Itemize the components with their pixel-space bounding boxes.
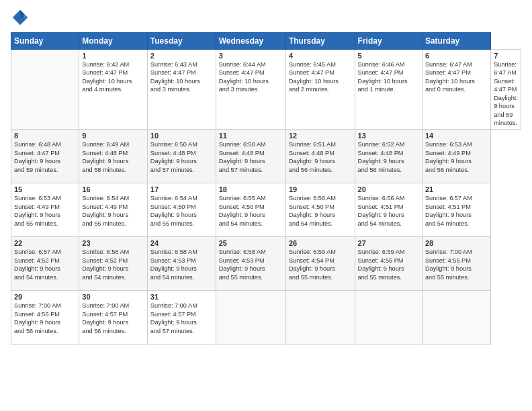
day-number: 16: [82, 185, 144, 193]
day-number: 24: [150, 239, 213, 247]
day-number: 3: [219, 52, 283, 60]
day-info: Sunrise: 6:59 AMSunset: 4:54 PMDaylight:…: [289, 248, 352, 281]
day-number: 17: [150, 185, 213, 193]
day-info: Sunrise: 6:52 AMSunset: 4:48 PMDaylight:…: [358, 140, 419, 174]
day-cell-16: 16Sunrise: 6:54 AMSunset: 4:49 PMDayligh…: [79, 183, 148, 237]
day-info: Sunrise: 6:51 AMSunset: 4:48 PMDaylight:…: [289, 140, 352, 174]
day-number: 23: [82, 239, 144, 247]
day-number: 30: [82, 293, 144, 301]
day-info: Sunrise: 6:58 AMSunset: 4:52 PMDaylight:…: [82, 248, 144, 281]
day-info: Sunrise: 6:58 AMSunset: 4:53 PMDaylight:…: [150, 248, 213, 281]
empty-cell: [422, 291, 490, 345]
logo-icon: [11, 8, 30, 27]
day-cell-21: 21Sunrise: 6:57 AMSunset: 4:51 PMDayligh…: [422, 183, 490, 237]
day-info: Sunrise: 6:48 AMSunset: 4:47 PMDaylight:…: [14, 140, 76, 174]
day-cell-22: 22Sunrise: 6:57 AMSunset: 4:52 PMDayligh…: [11, 237, 79, 291]
day-info: Sunrise: 6:42 AMSunset: 4:47 PMDaylight:…: [82, 60, 144, 94]
day-number: 28: [425, 239, 488, 247]
day-info: Sunrise: 6:50 AMSunset: 4:48 PMDaylight:…: [150, 140, 213, 174]
day-info: Sunrise: 7:00 AMSunset: 4:55 PMDaylight:…: [425, 248, 488, 281]
calendar-header: SundayMondayTuesdayWednesdayThursdayFrid…: [11, 33, 521, 50]
day-number: 5: [358, 52, 419, 60]
day-info: Sunrise: 6:54 AMSunset: 4:49 PMDaylight:…: [82, 194, 144, 228]
day-number: 18: [219, 185, 283, 193]
day-info: Sunrise: 6:53 AMSunset: 4:49 PMDaylight:…: [14, 194, 76, 228]
header-day-thursday: Thursday: [285, 33, 355, 50]
day-cell-30: 30Sunrise: 7:00 AMSunset: 4:57 PMDayligh…: [79, 291, 148, 345]
day-info: Sunrise: 6:47 AMSunset: 4:47 PMDaylight:…: [494, 60, 518, 127]
day-number: 15: [14, 185, 76, 193]
day-cell-19: 19Sunrise: 6:56 AMSunset: 4:50 PMDayligh…: [285, 183, 355, 237]
day-cell-3: 3Sunrise: 6:44 AMSunset: 4:47 PMDaylight…: [216, 50, 285, 130]
day-info: Sunrise: 6:45 AMSunset: 4:47 PMDaylight:…: [289, 60, 352, 94]
day-number: 27: [358, 239, 419, 247]
day-number: 25: [219, 239, 283, 247]
week-row-1: 1Sunrise: 6:42 AMSunset: 4:47 PMDaylight…: [11, 50, 521, 130]
header-day-monday: Monday: [79, 33, 148, 50]
day-cell-9: 9Sunrise: 6:49 AMSunset: 4:48 PMDaylight…: [79, 130, 148, 183]
day-number: 22: [14, 239, 76, 247]
day-cell-4: 4Sunrise: 6:45 AMSunset: 4:47 PMDaylight…: [285, 50, 355, 130]
day-info: Sunrise: 6:46 AMSunset: 4:47 PMDaylight:…: [358, 60, 419, 94]
day-info: Sunrise: 6:54 AMSunset: 4:50 PMDaylight:…: [150, 194, 213, 228]
day-info: Sunrise: 6:58 AMSunset: 4:53 PMDaylight:…: [219, 248, 283, 281]
header-day-tuesday: Tuesday: [147, 33, 216, 50]
day-cell-18: 18Sunrise: 6:55 AMSunset: 4:50 PMDayligh…: [216, 183, 285, 237]
day-info: Sunrise: 6:44 AMSunset: 4:47 PMDaylight:…: [219, 60, 283, 94]
day-number: 1: [82, 52, 144, 60]
day-cell-7: 7Sunrise: 6:47 AMSunset: 4:47 PMDaylight…: [491, 50, 521, 130]
day-cell-13: 13Sunrise: 6:52 AMSunset: 4:48 PMDayligh…: [355, 130, 422, 183]
day-number: 31: [150, 293, 213, 301]
day-info: Sunrise: 7:00 AMSunset: 4:57 PMDaylight:…: [82, 302, 144, 335]
day-cell-6: 6Sunrise: 6:47 AMSunset: 4:47 PMDaylight…: [422, 50, 490, 130]
week-row-3: 15Sunrise: 6:53 AMSunset: 4:49 PMDayligh…: [11, 183, 521, 237]
week-row-2: 8Sunrise: 6:48 AMSunset: 4:47 PMDaylight…: [11, 130, 521, 183]
day-cell-23: 23Sunrise: 6:58 AMSunset: 4:52 PMDayligh…: [79, 237, 148, 291]
day-info: Sunrise: 6:55 AMSunset: 4:50 PMDaylight:…: [219, 194, 283, 228]
day-number: 29: [14, 293, 76, 301]
day-info: Sunrise: 6:57 AMSunset: 4:51 PMDaylight:…: [425, 194, 488, 228]
day-number: 10: [150, 132, 213, 140]
day-number: 2: [150, 52, 213, 60]
day-cell-2: 2Sunrise: 6:43 AMSunset: 4:47 PMDaylight…: [147, 50, 216, 130]
day-number: 13: [358, 132, 419, 140]
day-info: Sunrise: 6:50 AMSunset: 4:48 PMDaylight:…: [219, 140, 283, 174]
header-day-friday: Friday: [355, 33, 422, 50]
day-number: 4: [289, 52, 352, 60]
day-number: 21: [425, 185, 488, 193]
day-cell-24: 24Sunrise: 6:58 AMSunset: 4:53 PMDayligh…: [147, 237, 216, 291]
day-cell-14: 14Sunrise: 6:53 AMSunset: 4:49 PMDayligh…: [422, 130, 490, 183]
week-row-4: 22Sunrise: 6:57 AMSunset: 4:52 PMDayligh…: [11, 237, 521, 291]
day-number: 19: [289, 185, 352, 193]
empty-cell: [355, 291, 422, 345]
day-number: 26: [289, 239, 352, 247]
week-row-5: 29Sunrise: 7:00 AMSunset: 4:56 PMDayligh…: [11, 291, 521, 345]
day-info: Sunrise: 6:57 AMSunset: 4:52 PMDaylight:…: [14, 248, 76, 281]
day-cell-25: 25Sunrise: 6:58 AMSunset: 4:53 PMDayligh…: [216, 237, 285, 291]
calendar: SundayMondayTuesdayWednesdayThursdayFrid…: [11, 32, 521, 345]
header-day-sunday: Sunday: [11, 33, 79, 50]
day-number: 11: [219, 132, 283, 140]
day-cell-11: 11Sunrise: 6:50 AMSunset: 4:48 PMDayligh…: [216, 130, 285, 183]
svg-marker-1: [20, 10, 28, 17]
day-number: 20: [358, 185, 419, 193]
day-cell-5: 5Sunrise: 6:46 AMSunset: 4:47 PMDaylight…: [355, 50, 422, 130]
day-cell-26: 26Sunrise: 6:59 AMSunset: 4:54 PMDayligh…: [285, 237, 355, 291]
svg-marker-2: [24, 13, 28, 17]
day-number: 8: [14, 132, 76, 140]
day-info: Sunrise: 6:43 AMSunset: 4:47 PMDaylight:…: [150, 60, 213, 94]
empty-cell: [216, 291, 285, 345]
day-info: Sunrise: 7:00 AMSunset: 4:56 PMDaylight:…: [14, 302, 76, 335]
page: SundayMondayTuesdayWednesdayThursdayFrid…: [0, 0, 532, 411]
day-info: Sunrise: 6:56 AMSunset: 4:51 PMDaylight:…: [358, 194, 419, 228]
day-number: 6: [425, 52, 488, 60]
day-number: 14: [425, 132, 488, 140]
day-cell-12: 12Sunrise: 6:51 AMSunset: 4:48 PMDayligh…: [285, 130, 355, 183]
day-info: Sunrise: 6:47 AMSunset: 4:47 PMDaylight:…: [425, 60, 488, 94]
day-info: Sunrise: 6:56 AMSunset: 4:50 PMDaylight:…: [289, 194, 352, 228]
day-info: Sunrise: 7:00 AMSunset: 4:57 PMDaylight:…: [150, 302, 213, 335]
day-number: 12: [289, 132, 352, 140]
header: [11, 8, 521, 27]
logo: [11, 8, 32, 27]
day-cell-28: 28Sunrise: 7:00 AMSunset: 4:55 PMDayligh…: [422, 237, 490, 291]
